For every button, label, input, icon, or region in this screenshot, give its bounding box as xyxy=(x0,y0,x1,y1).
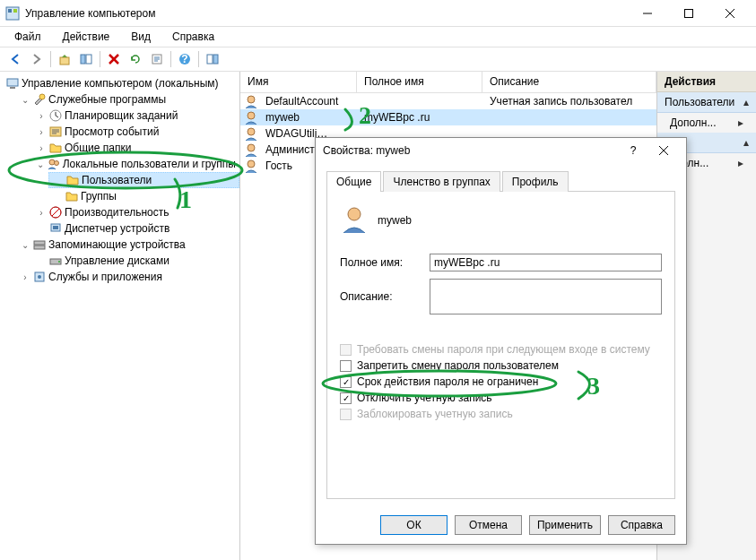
tree-groups[interactable]: Группы xyxy=(48,188,239,204)
expand-icon[interactable]: › xyxy=(36,127,47,137)
show-hide-tree-button[interactable] xyxy=(76,49,96,69)
forward-button[interactable] xyxy=(27,49,47,69)
tree-disk-mgmt[interactable]: Управление дисками xyxy=(32,253,239,269)
dialog-close-button[interactable] xyxy=(648,138,679,163)
chk-require-pwd-change: Требовать смены пароля при следующем вхо… xyxy=(340,343,662,356)
tree-event-viewer[interactable]: ›Просмотр событий xyxy=(32,124,239,140)
properties-dialog: Свойства: myweb ? Общие Членство в групп… xyxy=(315,137,687,545)
tree-local-users[interactable]: ⌄Локальные пользователи и группы xyxy=(32,156,239,172)
expand-icon[interactable]: › xyxy=(20,272,30,282)
collapse-icon[interactable]: ⌄ xyxy=(20,95,30,105)
tree-users[interactable]: Пользователи xyxy=(48,172,239,188)
action-pane-button[interactable] xyxy=(203,49,222,69)
up-button[interactable] xyxy=(55,49,74,69)
svg-rect-4 xyxy=(685,9,693,17)
expand-icon[interactable]: › xyxy=(36,143,47,153)
svg-point-22 xyxy=(49,159,55,165)
users-group-icon xyxy=(47,157,61,171)
export-button[interactable] xyxy=(147,49,167,69)
svg-rect-17 xyxy=(7,79,18,86)
cell-description: Учетная запись пользовател xyxy=(482,95,656,108)
svg-point-19 xyxy=(39,94,45,99)
actions-more-label: Дополн... xyxy=(670,116,716,129)
tab-profile[interactable]: Профиль xyxy=(502,171,569,192)
menu-action[interactable]: Действие xyxy=(54,29,119,45)
fullname-input[interactable] xyxy=(430,254,662,271)
arrow-right-icon: ▸ xyxy=(738,157,743,169)
apply-button[interactable]: Применить xyxy=(529,515,601,535)
tab-membership[interactable]: Членство в группах xyxy=(383,171,500,192)
arrow-up-icon: ▴ xyxy=(743,136,749,149)
tree-storage[interactable]: ⌄Запоминающие устройства xyxy=(16,237,239,253)
folder-icon xyxy=(65,173,80,187)
tree-root[interactable]: Управление компьютером (локальным) xyxy=(0,75,239,91)
tree-task-scheduler-label: Планировщик заданий xyxy=(65,109,178,122)
chk-label: Отключить учетную запись xyxy=(357,392,492,404)
back-button[interactable] xyxy=(5,49,25,69)
column-name[interactable]: Имя xyxy=(240,72,357,92)
dialog-username: myweb xyxy=(378,214,412,227)
checkbox-checked-icon[interactable]: ✓ xyxy=(340,376,352,388)
svg-point-36 xyxy=(248,128,255,135)
tree-root-label: Управление компьютером (локальным) xyxy=(22,77,219,90)
user-icon xyxy=(244,142,258,157)
chk-account-locked: Заблокировать учетную запись xyxy=(340,408,662,420)
svg-point-23 xyxy=(54,161,58,166)
chk-label: Требовать смены пароля при следующем вхо… xyxy=(357,343,650,356)
user-row[interactable]: mywebmyWEBpc .ru xyxy=(240,109,656,125)
cell-fullname: myWEBpc .ru xyxy=(357,111,482,124)
tree-performance[interactable]: ›Производительность xyxy=(32,204,239,220)
chk-pwd-never-expires[interactable]: ✓Срок действия пароля не ограничен xyxy=(340,375,662,388)
chk-account-disabled[interactable]: ✓Отключить учетную запись xyxy=(340,392,662,404)
tree-groups-label: Группы xyxy=(81,190,117,202)
tree-services-apps[interactable]: ›Службы и приложения xyxy=(16,269,239,285)
event-icon xyxy=(48,125,63,139)
maximize-button[interactable] xyxy=(668,0,709,27)
user-icon xyxy=(340,204,369,236)
tree-shared-folders[interactable]: ›Общие папки xyxy=(32,140,239,156)
checkbox-icon[interactable] xyxy=(340,360,352,372)
checkbox-checked-icon[interactable]: ✓ xyxy=(340,392,352,404)
description-input[interactable] xyxy=(430,279,662,314)
svg-rect-27 xyxy=(53,226,58,229)
actions-users[interactable]: Пользователи▴ xyxy=(657,92,756,113)
tree-system-tools-label: Служебные программы xyxy=(48,93,166,106)
help-button[interactable]: Справка xyxy=(608,515,675,535)
delete-button[interactable] xyxy=(104,49,124,69)
svg-rect-15 xyxy=(207,55,213,64)
description-label: Описание: xyxy=(340,290,430,303)
chk-cannot-change-pwd[interactable]: Запретить смену пароля пользователем xyxy=(340,359,662,372)
refresh-button[interactable] xyxy=(126,49,145,69)
menu-help[interactable]: Справка xyxy=(163,29,223,45)
tree-device-manager[interactable]: Диспетчер устройств xyxy=(32,220,239,237)
toolbar: ? xyxy=(0,47,756,72)
column-fullname[interactable]: Полное имя xyxy=(357,72,482,92)
menu-bar: Файл Действие Вид Справка xyxy=(0,27,756,47)
svg-rect-2 xyxy=(13,9,17,13)
cancel-button[interactable]: Отмена xyxy=(455,515,522,535)
minimize-button[interactable] xyxy=(627,0,668,27)
close-button[interactable] xyxy=(709,0,751,27)
actions-more-1[interactable]: Дополн...▸ xyxy=(657,113,756,133)
ok-button[interactable]: ОК xyxy=(380,515,448,535)
expand-icon[interactable]: › xyxy=(36,208,47,218)
dialog-help-button[interactable]: ? xyxy=(618,138,648,163)
menu-view[interactable]: Вид xyxy=(122,29,160,45)
expand-icon[interactable]: › xyxy=(36,111,47,121)
column-description[interactable]: Описание xyxy=(482,72,656,92)
dialog-tabs: Общие Членство в группах Профиль xyxy=(326,170,675,192)
tree-system-tools[interactable]: ⌄ Служебные программы xyxy=(16,91,239,108)
tree-task-scheduler[interactable]: ›Планировщик заданий xyxy=(32,108,239,124)
device-icon xyxy=(48,221,63,236)
services-icon xyxy=(32,270,47,284)
title-bar: Управление компьютером xyxy=(0,0,756,27)
menu-file[interactable]: Файл xyxy=(5,29,50,45)
svg-rect-8 xyxy=(81,55,85,64)
svg-point-38 xyxy=(248,160,255,168)
user-icon xyxy=(244,126,258,141)
collapse-icon[interactable]: ⌄ xyxy=(36,159,45,169)
tab-general[interactable]: Общие xyxy=(326,171,381,192)
user-row[interactable]: DefaultAccountУчетная запись пользовател xyxy=(240,93,656,109)
collapse-icon[interactable]: ⌄ xyxy=(20,240,30,250)
help-button[interactable]: ? xyxy=(175,49,195,69)
